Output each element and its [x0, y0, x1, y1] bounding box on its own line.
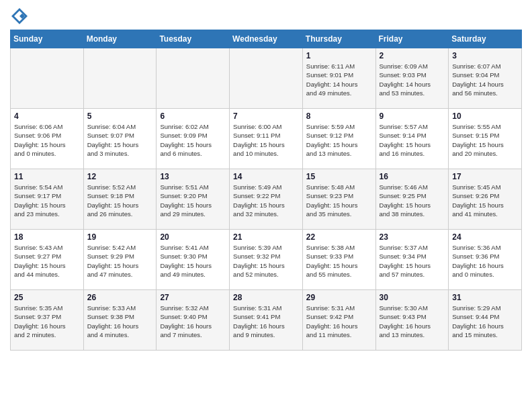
day-number: 3 [452, 51, 518, 60]
cell-content: Sunrise: 5:59 AMSunset: 9:12 PMDaylight:… [306, 122, 372, 158]
weekday-header-row: SundayMondayTuesdayWednesdayThursdayFrid… [11, 30, 522, 48]
cell-content: Sunrise: 5:30 AMSunset: 9:43 PMDaylight:… [380, 304, 445, 339]
weekday-header-cell: Sunday [11, 30, 84, 48]
day-number: 27 [160, 293, 226, 302]
calendar-cell [11, 48, 84, 109]
weekday-header-cell: Saturday [449, 30, 522, 48]
cell-content: Sunrise: 5:52 AMSunset: 9:18 PMDaylight:… [87, 183, 153, 218]
calendar-row: 11Sunrise: 5:54 AMSunset: 9:17 PMDayligh… [11, 169, 522, 230]
cell-content: Sunrise: 5:32 AMSunset: 9:40 PMDaylight:… [160, 304, 226, 339]
calendar-cell: 4Sunrise: 6:06 AMSunset: 9:06 PMDaylight… [11, 109, 84, 169]
weekday-header-cell: Thursday [302, 30, 375, 48]
calendar-cell: 21Sunrise: 5:39 AMSunset: 9:32 PMDayligh… [230, 230, 303, 290]
cell-content: Sunrise: 5:35 AMSunset: 9:37 PMDaylight:… [14, 304, 80, 339]
day-number: 14 [233, 172, 299, 181]
calendar-cell: 8Sunrise: 5:59 AMSunset: 9:12 PMDaylight… [302, 109, 375, 169]
day-number: 19 [87, 232, 153, 242]
calendar-cell: 27Sunrise: 5:32 AMSunset: 9:40 PMDayligh… [157, 290, 230, 351]
calendar-cell: 5Sunrise: 6:04 AMSunset: 9:07 PMDaylight… [83, 109, 157, 169]
calendar-cell: 18Sunrise: 5:43 AMSunset: 9:27 PMDayligh… [11, 230, 84, 290]
calendar-cell [157, 48, 230, 109]
day-number: 31 [452, 293, 518, 302]
calendar-cell: 3Sunrise: 6:07 AMSunset: 9:04 PMDaylight… [449, 48, 522, 109]
cell-content: Sunrise: 5:31 AMSunset: 9:42 PMDaylight:… [306, 304, 372, 339]
calendar-cell: 23Sunrise: 5:37 AMSunset: 9:34 PMDayligh… [375, 230, 449, 290]
day-number: 5 [87, 111, 153, 121]
calendar-cell: 6Sunrise: 6:02 AMSunset: 9:09 PMDaylight… [157, 109, 230, 169]
day-number: 23 [380, 232, 445, 242]
calendar-table: SundayMondayTuesdayWednesdayThursdayFrid… [10, 30, 522, 351]
day-number: 18 [14, 232, 80, 242]
calendar-cell: 12Sunrise: 5:52 AMSunset: 9:18 PMDayligh… [83, 169, 157, 230]
cell-content: Sunrise: 5:36 AMSunset: 9:36 PMDaylight:… [452, 243, 518, 279]
calendar-cell: 26Sunrise: 5:33 AMSunset: 9:38 PMDayligh… [83, 290, 157, 351]
logo [10, 7, 32, 26]
calendar-cell: 16Sunrise: 5:46 AMSunset: 9:25 PMDayligh… [375, 169, 449, 230]
cell-content: Sunrise: 6:06 AMSunset: 9:06 PMDaylight:… [14, 122, 80, 158]
calendar-cell: 30Sunrise: 5:30 AMSunset: 9:43 PMDayligh… [375, 290, 449, 351]
day-number: 21 [233, 232, 299, 242]
day-number: 24 [452, 232, 518, 242]
weekday-header-cell: Wednesday [230, 30, 303, 48]
calendar-cell: 29Sunrise: 5:31 AMSunset: 9:42 PMDayligh… [302, 290, 375, 351]
day-number: 29 [306, 293, 372, 302]
calendar-cell: 9Sunrise: 5:57 AMSunset: 9:14 PMDaylight… [375, 109, 449, 169]
cell-content: Sunrise: 5:49 AMSunset: 9:22 PMDaylight:… [233, 183, 299, 218]
calendar-cell: 24Sunrise: 5:36 AMSunset: 9:36 PMDayligh… [449, 230, 522, 290]
day-number: 4 [14, 111, 80, 121]
calendar-cell: 1Sunrise: 6:11 AMSunset: 9:01 PMDaylight… [302, 48, 375, 109]
calendar-cell: 25Sunrise: 5:35 AMSunset: 9:37 PMDayligh… [11, 290, 84, 351]
calendar-cell: 13Sunrise: 5:51 AMSunset: 9:20 PMDayligh… [157, 169, 230, 230]
day-number: 22 [306, 232, 372, 242]
day-number: 28 [233, 293, 299, 302]
day-number: 10 [452, 111, 518, 121]
logo-icon [10, 7, 29, 26]
day-number: 7 [233, 111, 299, 121]
calendar-row: 4Sunrise: 6:06 AMSunset: 9:06 PMDaylight… [11, 109, 522, 169]
day-number: 8 [306, 111, 372, 121]
calendar-cell: 22Sunrise: 5:38 AMSunset: 9:33 PMDayligh… [302, 230, 375, 290]
day-number: 13 [160, 172, 226, 181]
day-number: 9 [380, 111, 445, 121]
calendar-cell: 15Sunrise: 5:48 AMSunset: 9:23 PMDayligh… [302, 169, 375, 230]
calendar-cell: 28Sunrise: 5:31 AMSunset: 9:41 PMDayligh… [230, 290, 303, 351]
weekday-header-cell: Tuesday [157, 30, 230, 48]
cell-content: Sunrise: 6:02 AMSunset: 9:09 PMDaylight:… [160, 122, 226, 158]
cell-content: Sunrise: 5:31 AMSunset: 9:41 PMDaylight:… [233, 304, 299, 339]
calendar-cell: 14Sunrise: 5:49 AMSunset: 9:22 PMDayligh… [230, 169, 303, 230]
cell-content: Sunrise: 5:38 AMSunset: 9:33 PMDaylight:… [306, 243, 372, 279]
cell-content: Sunrise: 6:11 AMSunset: 9:01 PMDaylight:… [306, 62, 372, 97]
cell-content: Sunrise: 5:48 AMSunset: 9:23 PMDaylight:… [306, 183, 372, 218]
calendar-row: 1Sunrise: 6:11 AMSunset: 9:01 PMDaylight… [11, 48, 522, 109]
cell-content: Sunrise: 5:42 AMSunset: 9:29 PMDaylight:… [87, 243, 153, 279]
calendar-row: 18Sunrise: 5:43 AMSunset: 9:27 PMDayligh… [11, 230, 522, 290]
day-number: 15 [306, 172, 372, 181]
cell-content: Sunrise: 5:57 AMSunset: 9:14 PMDaylight:… [380, 122, 445, 158]
day-number: 11 [14, 172, 80, 181]
cell-content: Sunrise: 6:00 AMSunset: 9:11 PMDaylight:… [233, 122, 299, 158]
calendar-row: 25Sunrise: 5:35 AMSunset: 9:37 PMDayligh… [11, 290, 522, 351]
cell-content: Sunrise: 5:45 AMSunset: 9:26 PMDaylight:… [452, 183, 518, 218]
weekday-header-cell: Monday [83, 30, 157, 48]
calendar-cell: 20Sunrise: 5:41 AMSunset: 9:30 PMDayligh… [157, 230, 230, 290]
cell-content: Sunrise: 6:09 AMSunset: 9:03 PMDaylight:… [380, 62, 445, 97]
day-number: 12 [87, 172, 153, 181]
day-number: 26 [87, 293, 153, 302]
cell-content: Sunrise: 5:54 AMSunset: 9:17 PMDaylight:… [14, 183, 80, 218]
calendar-cell: 7Sunrise: 6:00 AMSunset: 9:11 PMDaylight… [230, 109, 303, 169]
day-number: 25 [14, 293, 80, 302]
calendar-cell: 10Sunrise: 5:55 AMSunset: 9:15 PMDayligh… [449, 109, 522, 169]
day-number: 20 [160, 232, 226, 242]
weekday-header-cell: Friday [375, 30, 449, 48]
cell-content: Sunrise: 5:29 AMSunset: 9:44 PMDaylight:… [452, 304, 518, 339]
calendar-cell: 17Sunrise: 5:45 AMSunset: 9:26 PMDayligh… [449, 169, 522, 230]
cell-content: Sunrise: 5:51 AMSunset: 9:20 PMDaylight:… [160, 183, 226, 218]
cell-content: Sunrise: 5:43 AMSunset: 9:27 PMDaylight:… [14, 243, 80, 279]
day-number: 30 [380, 293, 445, 302]
calendar-cell: 31Sunrise: 5:29 AMSunset: 9:44 PMDayligh… [449, 290, 522, 351]
cell-content: Sunrise: 5:37 AMSunset: 9:34 PMDaylight:… [380, 243, 445, 279]
calendar-body: 1Sunrise: 6:11 AMSunset: 9:01 PMDaylight… [11, 48, 522, 351]
cell-content: Sunrise: 6:04 AMSunset: 9:07 PMDaylight:… [87, 122, 153, 158]
cell-content: Sunrise: 5:46 AMSunset: 9:25 PMDaylight:… [380, 183, 445, 218]
cell-content: Sunrise: 5:41 AMSunset: 9:30 PMDaylight:… [160, 243, 226, 279]
